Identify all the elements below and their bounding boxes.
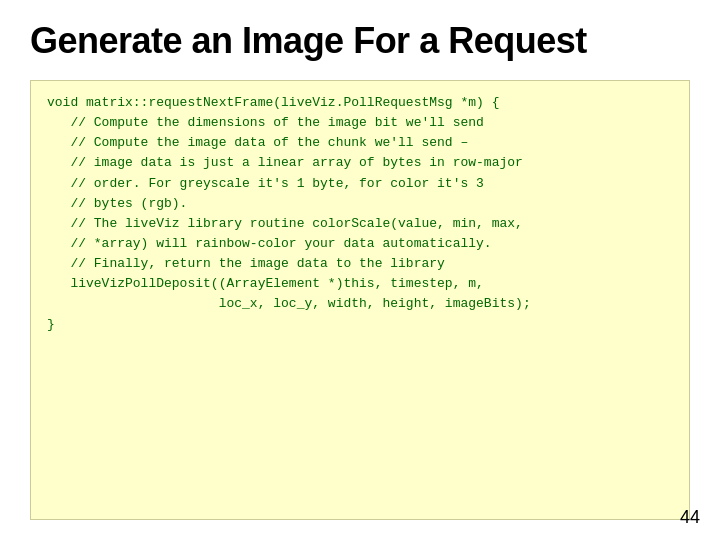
- code-line-6: // order. For greyscale it's 1 byte, for…: [47, 174, 673, 194]
- code-line-10: // *array) will rainbow-color your data …: [47, 234, 673, 254]
- slide-title: Generate an Image For a Request: [30, 20, 690, 62]
- code-line-15: }: [47, 315, 673, 335]
- code-line-14: loc_x, loc_y, width, height, imageBits);: [47, 294, 673, 314]
- code-line-9: // The liveViz library routine colorScal…: [47, 214, 673, 234]
- code-line-13: liveVizPollDeposit((ArrayElement *)this,…: [47, 274, 673, 294]
- code-line-2: // Compute the dimensions of the image b…: [47, 113, 673, 133]
- page-number: 44: [680, 507, 700, 528]
- slide: Generate an Image For a Request void mat…: [0, 0, 720, 540]
- code-line-12: // Finally, return the image data to the…: [47, 254, 673, 274]
- code-line-1: void matrix::requestNextFrame(liveViz.Po…: [47, 93, 673, 113]
- code-line-4: // Compute the image data of the chunk w…: [47, 133, 673, 153]
- code-line-7: // bytes (rgb).: [47, 194, 673, 214]
- code-box: void matrix::requestNextFrame(liveViz.Po…: [30, 80, 690, 520]
- code-line-5: // image data is just a linear array of …: [47, 153, 673, 173]
